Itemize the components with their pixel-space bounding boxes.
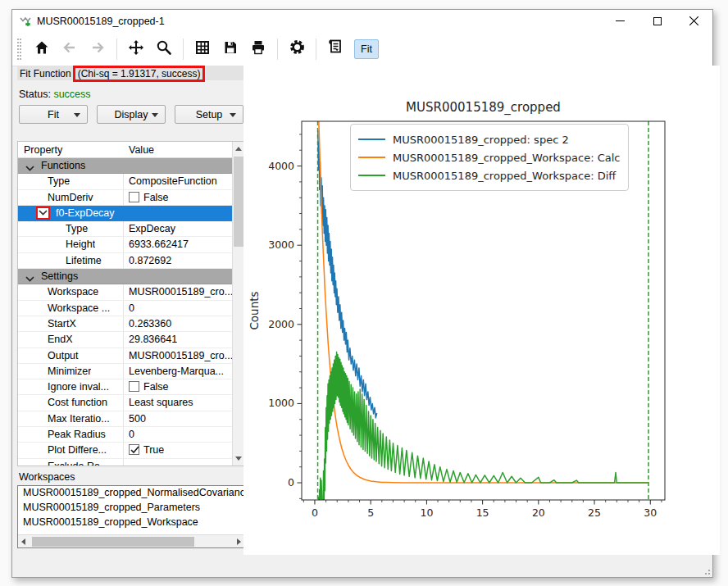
setup-menu-button[interactable]: Setup [175, 105, 243, 124]
checkbox-label: False [143, 381, 169, 393]
print-button[interactable] [246, 37, 271, 61]
pan-button[interactable] [124, 37, 148, 61]
menu-label: Setup [196, 109, 223, 120]
property-value[interactable]: MUSR00015189_cro... [129, 286, 233, 298]
property-name: Type [66, 223, 88, 234]
resize-grip[interactable] [702, 566, 710, 575]
svg-text:15: 15 [476, 507, 489, 519]
scroll-left-icon[interactable] [21, 538, 25, 545]
maximize-button[interactable] [639, 10, 676, 32]
checkbox-label: True [143, 444, 164, 456]
zoom-button[interactable] [152, 37, 176, 61]
property-value[interactable]: 0 [129, 429, 134, 440]
property-row[interactable]: WorkspaceMUSR00015189_cro... [18, 284, 233, 300]
workspace-list-item[interactable]: MUSR00015189_cropped_NormalisedCovarianc [18, 486, 244, 501]
property-row[interactable]: MinimizerLevenberg-Marqua... [18, 364, 233, 379]
legend-entry: MUSR00015189_cropped: spec 2 [358, 130, 620, 148]
property-value[interactable]: 6933.662417 [129, 238, 189, 250]
property-grid-header: Property Value [18, 142, 233, 158]
generate-script-button[interactable] [323, 37, 348, 61]
chevron-down-icon [74, 113, 80, 117]
property-value[interactable]: 0.263360 [129, 318, 171, 329]
section-row-settings[interactable]: Settings [18, 269, 233, 284]
property-row[interactable]: StartX0.263360 [18, 316, 233, 332]
property-value[interactable]: Least squares [129, 397, 193, 408]
chevron-down-icon [39, 210, 48, 216]
property-column-header: Property [24, 144, 62, 156]
home-button[interactable] [30, 37, 54, 61]
forward-arrow-button[interactable] [85, 37, 110, 61]
property-grid-scrollbar[interactable] [232, 142, 244, 466]
property-value[interactable]: CompositeFunction [129, 175, 217, 187]
property-value[interactable]: 500 [129, 413, 146, 425]
workspace-list-item[interactable]: MUSR00015189_cropped_Workspace [18, 516, 244, 530]
property-row[interactable]: OutputMUSR00015189_cro... [18, 348, 233, 364]
property-row[interactable]: EndX29.836641 [18, 332, 233, 348]
checkbox[interactable] [129, 381, 139, 392]
value-column-header: Value [129, 144, 154, 156]
scroll-up-icon[interactable] [235, 147, 242, 151]
fit-toggle-button[interactable]: Fit [354, 39, 379, 59]
settings-gear-button[interactable] [284, 37, 309, 61]
section-row-functions[interactable]: Functions [18, 158, 233, 174]
property-row[interactable]: NumDerivFalse [18, 190, 233, 206]
function-row-f0-ExpDecay[interactable]: f0-ExpDecay [18, 206, 233, 221]
property-row[interactable]: Exclude Ra... [18, 459, 233, 466]
property-value[interactable]: MUSR00015189_cro... [129, 350, 233, 361]
property-name: Type [48, 175, 70, 187]
property-value[interactable]: 0.872692 [129, 255, 171, 266]
property-row[interactable]: Max Iteratio...500 [18, 411, 233, 427]
checkbox[interactable] [129, 444, 139, 455]
save-icon [222, 39, 239, 59]
property-name: StartX [48, 318, 76, 329]
workspace-list-item[interactable]: MUSR00015189_cropped_Parameters [18, 501, 244, 516]
window-title: MUSR00015189_cropped-1 [37, 16, 165, 27]
property-value[interactable]: Levenberg-Marqua... [129, 366, 224, 377]
svg-text:0: 0 [312, 507, 318, 519]
property-row[interactable]: Lifetime0.872692 [18, 253, 233, 269]
property-row[interactable]: Cost functionLeast squares [18, 395, 233, 411]
close-button[interactable] [676, 10, 712, 32]
svg-text:0: 0 [288, 476, 294, 488]
section-label: Settings [41, 270, 78, 282]
property-row[interactable]: Plot Differe...True [18, 443, 233, 458]
legend-line-sample [358, 157, 385, 158]
fit-function-bar: Fit Function (Chi-sq = 1.91317, success) [17, 66, 245, 80]
scroll-right-icon[interactable] [237, 538, 241, 545]
svg-text:20: 20 [532, 507, 545, 519]
save-button[interactable] [218, 37, 243, 61]
scroll-down-icon[interactable] [235, 457, 242, 461]
checkbox-label: False [143, 192, 169, 203]
toolbar-drag-handle[interactable] [17, 39, 21, 60]
property-value[interactable]: ExpDecay [129, 223, 175, 234]
home-icon [34, 39, 50, 59]
property-name: Height [66, 238, 95, 250]
property-value[interactable]: 0 [129, 302, 134, 314]
back-arrow-button[interactable] [57, 37, 82, 61]
checkbox[interactable] [129, 192, 139, 202]
property-row[interactable]: Workspace ...0 [18, 301, 233, 316]
chevron-down-icon [25, 166, 34, 171]
expand-chevron-annotated[interactable] [36, 207, 50, 220]
fit-menu-button[interactable]: Fit [19, 105, 88, 124]
y-axis-label: Counts [248, 291, 261, 329]
minimize-icon [616, 16, 625, 25]
property-row[interactable]: TypeCompositeFunction [18, 174, 233, 189]
property-name: Workspace ... [48, 302, 110, 314]
workspaces-horizontal-scrollbar[interactable] [18, 534, 244, 547]
toolbar-separator [116, 39, 117, 60]
fit-function-label: Fit Function [20, 68, 71, 79]
minimize-button[interactable] [602, 10, 639, 32]
hscrollbar-thumb[interactable] [32, 537, 194, 547]
property-value[interactable]: 29.836641 [129, 334, 177, 345]
property-row[interactable]: Height6933.662417 [18, 237, 233, 252]
maximize-icon [653, 17, 662, 25]
property-row[interactable]: Peak Radius0 [18, 427, 233, 443]
property-row[interactable]: TypeExpDecay [18, 221, 233, 237]
property-row[interactable]: Ignore inval...False [18, 379, 233, 395]
display-menu-button[interactable]: Display [97, 105, 166, 124]
plot-area[interactable]: 05101520253001000200030004000MUSR0001518… [243, 66, 720, 555]
titlebar[interactable]: MUSR00015189_cropped-1 [12, 10, 712, 32]
subplots-grid-button[interactable] [190, 37, 215, 61]
property-name: Lifetime [66, 255, 102, 266]
